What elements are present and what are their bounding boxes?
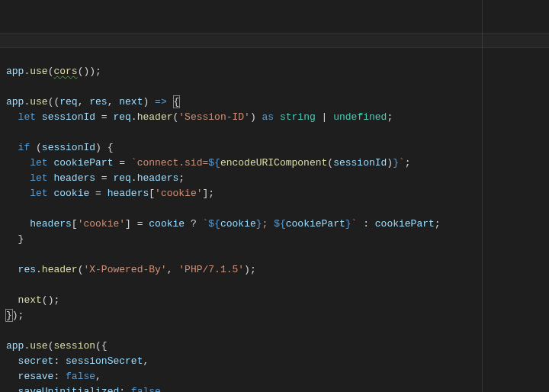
code-token (6, 355, 18, 367)
code-token: ) (387, 157, 393, 169)
code-token: , (95, 371, 101, 382)
code-line[interactable]: headers['cookie'] = cookie ? `${cookie};… (6, 217, 549, 232)
code-line[interactable]: }); (6, 308, 549, 323)
code-token: let (30, 157, 47, 169)
code-token: ; (178, 172, 185, 184)
code-token: . (36, 264, 42, 275)
code-token: ; (405, 157, 411, 169)
code-token: headers (30, 218, 72, 230)
code-token: headers (53, 172, 95, 184)
code-line[interactable]: let cookiePart = `connect.sid=${encodeUR… (6, 156, 549, 171)
code-token: { (173, 95, 181, 108)
code-content[interactable]: app.use(cors()); app.use((req, res, next… (6, 64, 549, 392)
code-line[interactable] (6, 201, 549, 217)
code-token: ]; (203, 188, 215, 199)
code-line[interactable]: app.use(session({ (6, 339, 549, 354)
code-token: cookiePart (286, 218, 345, 230)
code-token: res (18, 264, 36, 275)
code-token: cookie (149, 218, 185, 230)
code-line[interactable]: let sessionId = req.header('Session-ID')… (6, 110, 549, 125)
code-token: = (89, 188, 107, 199)
code-token: headers (108, 188, 149, 199)
code-token: ; (262, 218, 274, 230)
code-token: } (6, 233, 24, 245)
code-token: use (30, 66, 47, 77)
code-token (6, 386, 18, 392)
code-token: = (95, 172, 113, 184)
code-token: use (30, 96, 47, 108)
code-editor[interactable]: app.use(cors()); app.use((req, res, next… (0, 0, 549, 392)
code-token: ( (30, 142, 42, 153)
code-token: ` (399, 157, 405, 169)
code-token: 'cookie' (155, 188, 202, 199)
code-token: ()); (78, 66, 101, 77)
code-token: ); (244, 264, 256, 275)
code-line[interactable] (6, 125, 549, 140)
code-token: [ (149, 188, 155, 199)
code-token: use (30, 340, 47, 352)
code-token: , (167, 264, 179, 275)
code-token: res (89, 96, 107, 108)
code-line[interactable]: secret: sessionSecret, (6, 354, 549, 369)
code-line[interactable]: if (sessionId) { (6, 140, 549, 156)
code-token: 'X-Powered-By' (83, 264, 166, 275)
code-token: cookie (220, 218, 256, 230)
code-token: undefined (333, 111, 387, 123)
code-token: ); (12, 310, 24, 321)
code-line[interactable] (6, 278, 549, 293)
code-token (6, 371, 18, 382)
code-line[interactable]: app.use(cors()); (6, 64, 549, 79)
code-line[interactable]: let headers = req.headers; (6, 171, 549, 186)
code-token: header (137, 111, 173, 123)
code-token (167, 96, 173, 108)
code-token: let (18, 111, 36, 123)
code-token (6, 218, 30, 230)
code-token: ({ (95, 340, 108, 352)
code-token: req (113, 111, 130, 123)
code-line[interactable]: app.use((req, res, next) => { (6, 95, 549, 110)
code-token (6, 264, 18, 275)
code-token: ${ (208, 157, 220, 169)
code-line[interactable]: resave: false, (6, 369, 549, 384)
code-token: 'cookie' (78, 218, 125, 230)
code-token: sessionId (42, 111, 95, 123)
code-line[interactable]: saveUninitialized: false, (6, 384, 549, 392)
code-token: cookie (53, 188, 89, 199)
code-token: ) { (95, 142, 113, 153)
code-line[interactable]: res.header('X-Powered-By', 'PHP/7.1.5'); (6, 262, 549, 278)
code-token (274, 111, 280, 123)
code-token: [ (72, 218, 78, 230)
code-line[interactable] (6, 79, 549, 95)
code-line[interactable]: } (6, 232, 549, 247)
code-line[interactable]: next(); (6, 293, 549, 308)
code-token: , (78, 96, 90, 108)
code-token: req (113, 172, 130, 184)
code-line[interactable] (6, 323, 549, 339)
code-token: `connect.sid= (131, 157, 208, 169)
code-token: headers (137, 172, 179, 184)
code-token (6, 294, 18, 306)
code-token: ${ (208, 218, 220, 230)
code-token: = (95, 111, 113, 123)
code-token: next (18, 294, 42, 306)
code-token: | (316, 111, 333, 123)
code-token: secret (18, 355, 54, 367)
code-token: sessionId (333, 157, 387, 169)
code-token: : (53, 355, 66, 367)
code-line[interactable] (6, 247, 549, 262)
code-token: 'PHP/7.1.5' (178, 264, 244, 275)
code-token: : (357, 218, 374, 230)
code-token: false (131, 386, 161, 392)
code-token: } (256, 218, 262, 230)
code-token: ( (327, 157, 333, 169)
code-token: ; (435, 218, 441, 230)
code-token: , (143, 355, 149, 367)
code-token: = (113, 157, 130, 169)
code-token: (); (42, 294, 59, 306)
code-token: cookiePart (53, 157, 113, 169)
code-token: } (345, 218, 352, 230)
code-token: ] = (125, 218, 149, 230)
code-token (6, 157, 30, 169)
code-line[interactable]: let cookie = headers['cookie']; (6, 186, 549, 201)
code-token: ) (143, 96, 155, 108)
